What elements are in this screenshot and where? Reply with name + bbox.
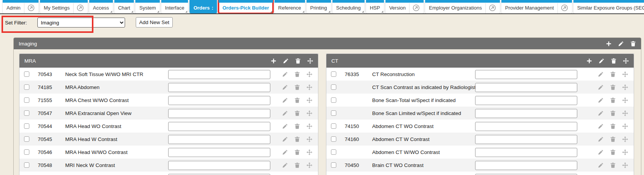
external-link-icon[interactable]	[413, 4, 420, 11]
move-icon[interactable]	[622, 84, 628, 90]
external-link-icon[interactable]	[27, 4, 35, 11]
tab-orders-pick-builder[interactable]: Orders-Pick Builder	[218, 0, 273, 13]
row-text-input[interactable]	[168, 109, 270, 118]
move-icon[interactable]	[307, 71, 312, 77]
add-new-set-button[interactable]: Add New Set	[136, 17, 173, 28]
row-text-input[interactable]	[168, 83, 270, 92]
row-checkbox[interactable]	[331, 110, 336, 116]
move-icon[interactable]	[622, 110, 628, 116]
trash-icon[interactable]	[610, 162, 616, 168]
row-text-input[interactable]	[168, 96, 270, 105]
trash-icon[interactable]	[294, 71, 300, 77]
trash-icon[interactable]	[294, 136, 300, 142]
row-text-input[interactable]	[475, 70, 577, 79]
pencil-icon[interactable]	[598, 162, 604, 168]
row-checkbox[interactable]	[331, 149, 336, 155]
row-text-input[interactable]	[168, 161, 270, 170]
pencil-icon[interactable]	[598, 136, 604, 142]
move-icon[interactable]	[307, 123, 312, 129]
external-link-icon[interactable]	[489, 4, 496, 11]
move-icon[interactable]	[307, 110, 312, 116]
trash-icon[interactable]	[610, 136, 616, 142]
trash-icon[interactable]	[294, 162, 300, 168]
move-icon[interactable]	[622, 97, 628, 103]
external-link-icon[interactable]	[561, 4, 568, 11]
row-text-input[interactable]	[168, 122, 270, 131]
tab-employer-organizations[interactable]: Employer Organizations	[425, 0, 500, 13]
row-text-input[interactable]	[168, 135, 270, 144]
plus-icon[interactable]	[586, 58, 592, 64]
trash-icon[interactable]	[294, 149, 300, 155]
tab-admin[interactable]: Admin	[3, 0, 39, 13]
tab-printing[interactable]: Printing	[307, 0, 331, 13]
tab-reference[interactable]: Reference	[275, 0, 305, 13]
tab-chart[interactable]: Chart	[114, 0, 134, 13]
move-icon[interactable]	[307, 84, 312, 90]
trash-icon[interactable]	[630, 41, 636, 47]
trash-icon[interactable]	[610, 123, 616, 129]
move-icon[interactable]	[623, 58, 629, 64]
row-checkbox[interactable]	[331, 71, 336, 77]
pencil-icon[interactable]	[598, 71, 604, 77]
pencil-icon[interactable]	[282, 110, 288, 116]
pencil-icon[interactable]	[598, 110, 604, 116]
tab-orders[interactable]: Orders :	[190, 0, 217, 13]
row-text-input[interactable]	[475, 83, 577, 92]
pencil-icon[interactable]	[282, 149, 288, 155]
pencil-icon[interactable]	[598, 123, 604, 129]
row-checkbox[interactable]	[331, 97, 336, 103]
row-checkbox[interactable]	[24, 123, 29, 129]
move-icon[interactable]	[622, 149, 628, 155]
row-text-input[interactable]	[475, 161, 577, 170]
trash-icon[interactable]	[294, 97, 300, 103]
set-filter-select[interactable]: Imaging	[37, 18, 125, 28]
row-checkbox[interactable]	[331, 136, 336, 142]
pencil-icon[interactable]	[282, 136, 288, 142]
move-icon[interactable]	[622, 71, 628, 77]
move-icon[interactable]	[307, 58, 313, 64]
row-text-input[interactable]	[475, 122, 577, 131]
trash-icon[interactable]	[610, 149, 616, 155]
external-link-icon[interactable]	[77, 4, 84, 11]
row-checkbox[interactable]	[331, 162, 336, 168]
row-checkbox[interactable]	[24, 110, 29, 116]
pencil-icon[interactable]	[282, 162, 288, 168]
move-icon[interactable]	[307, 162, 312, 168]
row-text-input[interactable]	[168, 148, 270, 157]
plus-icon[interactable]	[271, 58, 276, 64]
trash-icon[interactable]	[611, 58, 617, 64]
trash-icon[interactable]	[610, 84, 616, 90]
trash-icon[interactable]	[295, 58, 301, 64]
trash-icon[interactable]	[610, 110, 616, 116]
pencil-icon[interactable]	[598, 84, 604, 90]
tab-hsp[interactable]: HSP	[366, 0, 384, 13]
row-text-input[interactable]	[475, 148, 577, 157]
row-text-input[interactable]	[475, 96, 577, 105]
tab-system[interactable]: System	[135, 0, 159, 13]
tab-interface[interactable]: Interface	[161, 0, 188, 13]
trash-icon[interactable]	[294, 84, 300, 90]
trash-icon[interactable]	[294, 123, 300, 129]
tab-similar-exposure-groups-segs[interactable]: Similar Exposure Groups (SEGs)	[573, 0, 644, 13]
row-text-input[interactable]	[168, 70, 270, 79]
pencil-icon[interactable]	[283, 58, 289, 64]
tab-access[interactable]: Access	[89, 0, 113, 13]
trash-icon[interactable]	[610, 71, 616, 77]
move-icon[interactable]	[307, 97, 312, 103]
row-checkbox[interactable]	[24, 71, 29, 77]
pencil-icon[interactable]	[282, 97, 288, 103]
row-checkbox[interactable]	[24, 84, 29, 90]
pencil-icon[interactable]	[598, 97, 604, 103]
row-checkbox[interactable]	[24, 97, 29, 103]
move-icon[interactable]	[622, 123, 628, 129]
pencil-icon[interactable]	[599, 58, 604, 64]
tab-my-settings[interactable]: My Settings	[40, 0, 88, 13]
row-checkbox[interactable]	[331, 123, 336, 129]
tab-provider-management[interactable]: Provider Management	[501, 0, 572, 13]
trash-icon[interactable]	[610, 97, 616, 103]
pencil-icon[interactable]	[282, 123, 288, 129]
plus-icon[interactable]	[606, 41, 612, 47]
row-text-input[interactable]	[475, 109, 577, 118]
pencil-icon[interactable]	[282, 71, 288, 77]
tab-scheduling[interactable]: Scheduling	[332, 0, 365, 13]
